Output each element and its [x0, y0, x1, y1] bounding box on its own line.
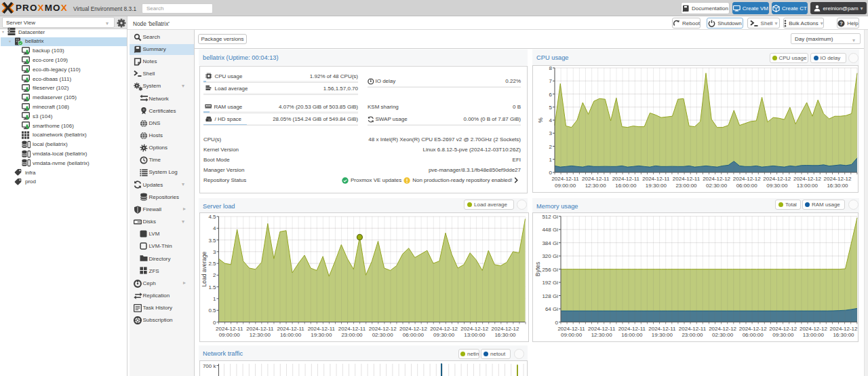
svg-text:2024-12-12: 2024-12-12 — [703, 176, 730, 182]
svg-text:%: % — [537, 117, 544, 123]
svg-text:19:30:00: 19:30:00 — [311, 332, 332, 338]
svg-text:0: 0 — [555, 319, 559, 325]
svg-text:16:30:00: 16:30:00 — [833, 332, 854, 338]
svg-text:16:00:00: 16:00:00 — [280, 332, 302, 338]
svg-text:06:00:00: 06:00:00 — [402, 332, 424, 338]
svg-text:128 Gi: 128 Gi — [542, 293, 558, 299]
svg-text:13:00:00: 13:00:00 — [464, 332, 486, 338]
svg-text:06:00:00: 06:00:00 — [743, 332, 764, 338]
svg-text:16:30:00: 16:30:00 — [827, 183, 848, 189]
svg-text:2024-12-11: 2024-12-11 — [648, 325, 676, 331]
svg-text:2024-12-12: 2024-12-12 — [733, 176, 761, 182]
svg-text:2024-12-11: 2024-12-11 — [277, 325, 304, 331]
svg-text:16:00:00: 16:00:00 — [621, 332, 643, 338]
svg-text:Load average: Load average — [201, 251, 208, 286]
svg-text:2024-12-12: 2024-12-12 — [769, 325, 797, 331]
svg-text:2024-12-11: 2024-12-11 — [307, 325, 335, 331]
svg-text:2024-12-12: 2024-12-12 — [709, 325, 736, 331]
svg-text:02:30:00: 02:30:00 — [706, 183, 728, 189]
svg-text:13:00:00: 13:00:00 — [797, 183, 818, 189]
svg-text:2: 2 — [549, 144, 553, 150]
svg-text:64 Gi: 64 Gi — [545, 306, 558, 312]
svg-text:4.5: 4.5 — [208, 214, 216, 220]
svg-text:13:00:00: 13:00:00 — [803, 332, 825, 338]
svg-text:3: 3 — [213, 248, 216, 255]
svg-text:2024-12-12: 2024-12-12 — [491, 325, 519, 331]
svg-text:2024-12-12: 2024-12-12 — [793, 176, 821, 182]
svg-text:2024-12-11: 2024-12-11 — [551, 176, 579, 182]
svg-text:4: 4 — [549, 117, 553, 124]
svg-text:2024-12-12: 2024-12-12 — [368, 325, 396, 331]
svg-text:2.5: 2.5 — [208, 261, 216, 267]
svg-text:12:30:00: 12:30:00 — [591, 332, 613, 338]
svg-text:09:00:00: 09:00:00 — [555, 183, 576, 189]
svg-text:448 Gi: 448 Gi — [542, 227, 558, 233]
svg-text:2024-12-11: 2024-12-11 — [612, 176, 640, 182]
svg-text:2024-12-12: 2024-12-12 — [460, 325, 488, 331]
svg-text:2024-12-11: 2024-12-11 — [588, 325, 616, 331]
svg-text:384 Gi: 384 Gi — [542, 240, 558, 246]
svg-text:512 Gi: 512 Gi — [542, 213, 558, 219]
svg-text:1: 1 — [549, 157, 553, 163]
svg-text:19:30:00: 19:30:00 — [646, 183, 667, 189]
svg-text:3.5: 3.5 — [208, 237, 216, 243]
svg-text:09:30:00: 09:30:00 — [433, 332, 455, 338]
svg-text:09:00:00: 09:00:00 — [218, 332, 240, 338]
svg-text:02:30:00: 02:30:00 — [712, 332, 734, 338]
svg-text:2024-12-11: 2024-12-11 — [246, 325, 274, 331]
svg-text:2024-12-11: 2024-12-11 — [216, 325, 243, 331]
svg-text:2024-12-12: 2024-12-12 — [830, 325, 858, 331]
svg-text:2: 2 — [213, 272, 216, 278]
svg-text:2024-12-12: 2024-12-12 — [739, 325, 767, 331]
svg-text:8: 8 — [549, 65, 553, 71]
svg-text:320 Gi: 320 Gi — [542, 253, 558, 259]
svg-text:12:30:00: 12:30:00 — [249, 332, 271, 338]
svg-text:16:00:00: 16:00:00 — [615, 183, 637, 189]
svg-text:4: 4 — [213, 225, 216, 231]
svg-text:Bytes: Bytes — [534, 261, 541, 276]
svg-text:2024-12-11: 2024-12-11 — [679, 325, 707, 331]
svg-text:12:30:00: 12:30:00 — [585, 183, 607, 189]
svg-text:2024-12-11: 2024-12-11 — [557, 325, 585, 331]
svg-text:16:30:00: 16:30:00 — [494, 332, 516, 338]
svg-text:06:00:00: 06:00:00 — [736, 183, 758, 189]
svg-text:1.5: 1.5 — [208, 284, 216, 290]
svg-text:2024-12-12: 2024-12-12 — [824, 176, 852, 182]
svg-text:2024-12-11: 2024-12-11 — [338, 325, 366, 331]
svg-text:2024-12-12: 2024-12-12 — [763, 176, 791, 182]
svg-text:256 Gi: 256 Gi — [542, 266, 558, 272]
svg-text:0: 0 — [213, 319, 216, 325]
svg-text:23:00:00: 23:00:00 — [675, 183, 697, 189]
svg-text:192 Gi: 192 Gi — [542, 280, 558, 286]
svg-text:700 k: 700 k — [202, 363, 216, 369]
svg-text:2024-12-12: 2024-12-12 — [399, 325, 427, 331]
svg-text:23:00:00: 23:00:00 — [341, 332, 363, 338]
svg-text:2024-12-11: 2024-12-11 — [673, 176, 701, 182]
svg-text:5: 5 — [549, 105, 553, 111]
svg-text:23:00:00: 23:00:00 — [682, 332, 703, 338]
svg-text:09:00:00: 09:00:00 — [561, 332, 583, 338]
svg-text:2024-12-11: 2024-12-11 — [642, 176, 670, 182]
svg-text:6: 6 — [549, 92, 553, 98]
svg-text:0: 0 — [549, 170, 553, 176]
svg-text:7: 7 — [549, 78, 553, 84]
svg-text:0.5: 0.5 — [208, 307, 216, 314]
svg-text:19:30:00: 19:30:00 — [652, 332, 673, 338]
svg-text:?: ? — [840, 20, 843, 26]
svg-text:09:30:00: 09:30:00 — [766, 183, 788, 189]
svg-text:2024-12-11: 2024-12-11 — [618, 325, 646, 331]
svg-text:09:30:00: 09:30:00 — [772, 332, 794, 338]
svg-text:2024-12-12: 2024-12-12 — [800, 325, 827, 331]
svg-text:3: 3 — [549, 130, 553, 136]
svg-text:02:30:00: 02:30:00 — [372, 332, 393, 338]
svg-text:1: 1 — [213, 295, 216, 301]
svg-text:2024-12-12: 2024-12-12 — [430, 325, 458, 331]
svg-text:2024-12-11: 2024-12-11 — [582, 176, 610, 182]
